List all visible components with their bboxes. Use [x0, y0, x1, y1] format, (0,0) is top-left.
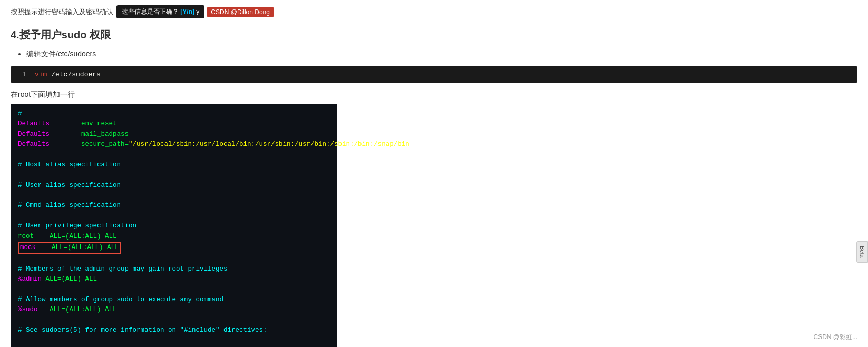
terminal-host-alias: # Host alias specification — [18, 160, 330, 170]
code-line-block: 1 vim /etc/sudoers — [11, 66, 857, 83]
terminal-user-alias: # User alias specification — [18, 181, 330, 191]
top-bar: 按照提示进行密码输入及密码确认 这些信息是否正确？ [Y/n] y CSDN @… — [11, 5, 857, 18]
tooltip-yn: [Y/n] — [180, 8, 194, 15]
terminal-cmnd-alias: # Cmnd alias specification — [18, 201, 330, 211]
terminal-blank-1 — [18, 150, 330, 160]
section-heading: 4.授予用户sudo 权限 — [11, 28, 857, 42]
terminal-blank-3 — [18, 191, 330, 201]
terminal-defaults-3: Defaults secure_path="/usr/local/sbin:/u… — [18, 140, 330, 150]
list-item: 编辑文件/etc/sudoers — [26, 49, 857, 59]
terminal-sudo-line: %sudo ALL=(ALL:ALL) ALL — [18, 305, 330, 315]
terminal-blank-2 — [18, 170, 330, 180]
code-command: vim /etc/sudoers — [35, 71, 101, 78]
vim-path: /etc/sudoers — [51, 71, 101, 78]
terminal-admin-comment: # Members of the admin group may gain ro… — [18, 264, 330, 274]
author-tag: CSDN @Dillon Dong — [207, 7, 274, 17]
author-bottom: CSDN @彩虹... — [813, 333, 857, 342]
terminal-admin-line: %admin ALL=(ALL) ALL — [18, 274, 330, 284]
tooltip-box: 这些信息是否正确？ [Y/n] y — [116, 5, 204, 18]
terminal-blank-4 — [18, 211, 330, 221]
terminal-see-comment: # See sudoers(5) for more information on… — [18, 325, 330, 335]
terminal-line-hash: # — [18, 109, 330, 119]
terminal-defaults-2: Defaults mail_badpass — [18, 130, 330, 140]
vim-cmd: vim — [35, 71, 47, 78]
terminal-sudo-comment: # Allow members of group sudo to execute… — [18, 295, 330, 305]
terminal-blank-6 — [18, 284, 330, 294]
bullet-list: 编辑文件/etc/sudoers — [11, 49, 857, 59]
terminal-block: # Defaults env_reset Defaults mail_badpa… — [11, 104, 337, 347]
terminal-blank-7 — [18, 315, 330, 325]
prompt-text: 按照提示进行密码输入及密码确认 — [11, 7, 113, 17]
tooltip-y: y — [196, 8, 199, 15]
tooltip-question: 这些信息是否正确？ — [122, 8, 179, 15]
terminal-blank-8 — [18, 335, 330, 345]
para-text: 在root下面填加一行 — [11, 90, 857, 100]
page-container: 按照提示进行密码输入及密码确认 这些信息是否正确？ [Y/n] y CSDN @… — [0, 0, 868, 347]
terminal-defaults-1: Defaults env_reset — [18, 119, 330, 129]
terminal-mock-line: mock ALL=(ALL:ALL) ALL — [18, 242, 330, 254]
terminal-user-priv: # User privilege specification — [18, 221, 330, 231]
terminal-root-line: root ALL=(ALL:ALL) ALL — [18, 232, 330, 242]
beta-button[interactable]: Beta — [856, 241, 868, 263]
line-number: 1 — [19, 71, 26, 78]
terminal-blank-5 — [18, 254, 330, 264]
